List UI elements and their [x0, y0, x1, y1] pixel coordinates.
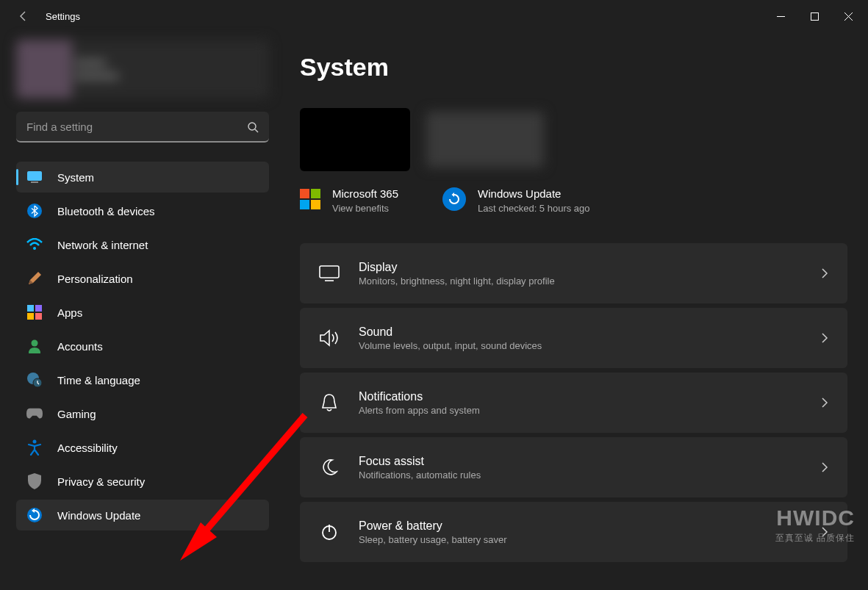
apps-icon — [26, 304, 43, 320]
minimize-icon — [777, 12, 785, 21]
sidebar-item-apps[interactable]: Apps — [16, 297, 269, 328]
device-name-blurred — [426, 112, 544, 168]
chevron-right-icon — [821, 526, 828, 538]
sidebar-item-label: Personalization — [57, 273, 133, 285]
chevron-right-icon — [821, 267, 828, 279]
sidebar-item-time-language[interactable]: Time & language — [16, 364, 269, 395]
card-microsoft-365[interactable]: Microsoft 365 View benefits — [300, 187, 398, 214]
sidebar-item-label: Accessibility — [57, 442, 118, 454]
row-sub: Notifications, automatic rules — [359, 470, 481, 481]
system-icon — [26, 169, 43, 185]
paintbrush-icon — [26, 270, 43, 287]
row-title: Sound — [359, 325, 542, 339]
sidebar-item-label: Gaming — [57, 408, 96, 420]
profile-text-blurred: ■■■■■■■■■■■■ — [75, 56, 118, 82]
sidebar-item-system[interactable]: System — [16, 162, 269, 193]
svg-rect-6 — [27, 171, 42, 181]
row-title: Notifications — [359, 390, 480, 403]
moon-icon — [319, 457, 340, 478]
bell-icon — [319, 392, 340, 413]
row-title: Power & battery — [359, 519, 507, 533]
sidebar-item-gaming[interactable]: Gaming — [16, 398, 269, 429]
device-thumbnail — [300, 108, 410, 171]
page-title: System — [300, 53, 847, 82]
card-sub: View benefits — [332, 203, 398, 214]
sidebar-item-label: Apps — [57, 306, 82, 319]
search-input[interactable] — [16, 112, 269, 143]
wifi-icon — [26, 237, 43, 253]
update-icon — [26, 507, 43, 523]
sidebar-item-network[interactable]: Network & internet — [16, 229, 269, 260]
svg-rect-11 — [35, 305, 42, 312]
svg-point-9 — [33, 247, 36, 250]
back-button[interactable] — [10, 3, 37, 29]
sidebar-item-privacy[interactable]: Privacy & security — [16, 466, 269, 497]
sidebar-item-label: Accounts — [57, 340, 103, 353]
bluetooth-icon — [26, 203, 43, 219]
svg-point-4 — [248, 123, 256, 130]
globe-clock-icon — [26, 372, 43, 388]
sidebar-item-windows-update[interactable]: Windows Update — [16, 500, 269, 530]
row-title: Focus assist — [359, 455, 481, 468]
sidebar: ■■■■■■■■■■■■ System Bluetooth & devices … — [0, 32, 279, 590]
sidebar-item-accessibility[interactable]: Accessibility — [16, 432, 269, 463]
svg-rect-13 — [35, 313, 42, 320]
user-profile[interactable]: ■■■■■■■■■■■■ — [16, 40, 269, 98]
arrow-left-icon — [18, 10, 29, 22]
row-sound[interactable]: SoundVolume levels, output, input, sound… — [300, 308, 847, 368]
shield-icon — [26, 473, 43, 489]
row-title: Display — [359, 261, 555, 274]
svg-rect-1 — [811, 12, 818, 20]
update-circle-icon — [442, 187, 466, 211]
maximize-icon — [811, 12, 819, 21]
row-notifications[interactable]: NotificationsAlerts from apps and system — [300, 373, 847, 433]
power-icon — [319, 522, 340, 542]
minimize-button[interactable] — [764, 4, 797, 28]
sidebar-item-label: Time & language — [57, 374, 140, 386]
sidebar-item-label: Privacy & security — [57, 475, 145, 488]
accessibility-icon — [26, 439, 43, 456]
maximize-button[interactable] — [797, 4, 831, 28]
microsoft-logo-icon — [300, 189, 320, 209]
card-windows-update[interactable]: Windows Update Last checked: 5 hours ago — [442, 187, 590, 214]
main-content: System Microsoft 365 View benefits Windo… — [279, 32, 868, 590]
settings-list: DisplayMonitors, brightness, night light… — [300, 243, 847, 562]
svg-rect-12 — [27, 313, 34, 320]
sidebar-item-personalization[interactable]: Personalization — [16, 263, 269, 294]
search-icon — [247, 121, 259, 133]
svg-point-17 — [33, 440, 37, 444]
card-title: Microsoft 365 — [332, 187, 398, 200]
sidebar-item-label: System — [57, 171, 94, 184]
sound-icon — [319, 328, 340, 348]
svg-rect-10 — [27, 305, 34, 312]
row-sub: Alerts from apps and system — [359, 405, 480, 416]
app-title: Settings — [46, 11, 80, 22]
display-icon — [319, 263, 340, 284]
sidebar-item-label: Network & internet — [57, 239, 148, 251]
gamepad-icon — [26, 406, 43, 422]
sidebar-item-bluetooth[interactable]: Bluetooth & devices — [16, 195, 269, 226]
card-title: Windows Update — [478, 187, 590, 200]
row-sub: Volume levels, output, input, sound devi… — [359, 340, 542, 351]
chevron-right-icon — [821, 461, 828, 473]
sidebar-item-label: Bluetooth & devices — [57, 205, 155, 217]
close-button[interactable] — [831, 4, 865, 28]
sidebar-item-accounts[interactable]: Accounts — [16, 331, 269, 361]
chevron-right-icon — [821, 397, 828, 409]
nav-list: System Bluetooth & devices Network & int… — [16, 162, 269, 530]
row-power[interactable]: Power & batterySleep, battery usage, bat… — [300, 502, 847, 562]
svg-rect-7 — [31, 181, 38, 183]
row-display[interactable]: DisplayMonitors, brightness, night light… — [300, 243, 847, 303]
row-sub: Sleep, battery usage, battery saver — [359, 534, 507, 545]
title-bar: Settings — [0, 0, 868, 32]
search-wrapper — [16, 112, 269, 143]
close-icon — [844, 12, 853, 21]
person-icon — [26, 338, 43, 354]
sidebar-item-label: Windows Update — [57, 509, 140, 522]
row-sub: Monitors, brightness, night light, displ… — [359, 276, 555, 287]
chevron-right-icon — [821, 332, 828, 344]
row-focus-assist[interactable]: Focus assistNotifications, automatic rul… — [300, 437, 847, 497]
device-hero — [300, 108, 847, 171]
svg-point-14 — [32, 340, 38, 347]
svg-rect-19 — [320, 266, 339, 278]
